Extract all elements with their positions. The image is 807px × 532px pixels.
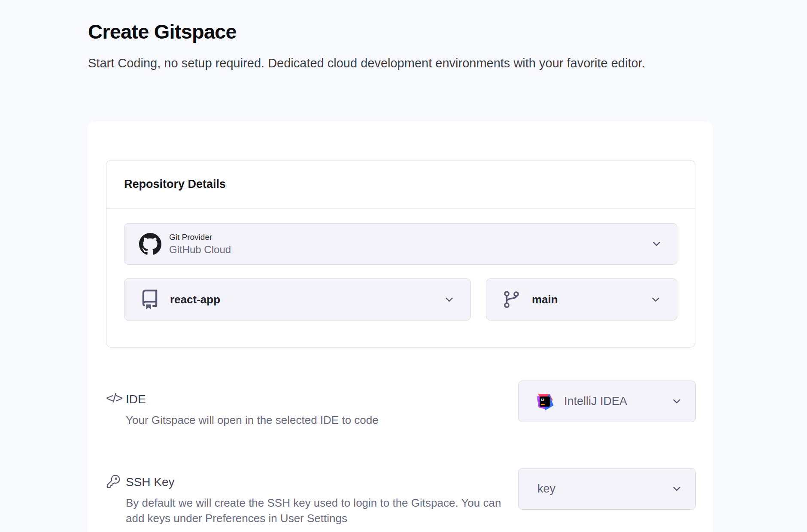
code-icon: </> — [106, 381, 126, 405]
ssh-key-heading: SSH Key — [126, 475, 518, 490]
ide-section: </> IDE Your Gitspace will open in the s… — [87, 381, 713, 428]
ssh-key-text-block: SSH Key By default we will create the SS… — [126, 468, 518, 526]
page-header: Create Gitspace Start Coding, no setup r… — [88, 20, 715, 73]
chevron-down-icon — [650, 294, 661, 305]
git-provider-select[interactable]: Git Provider GitHub Cloud — [124, 223, 677, 265]
intellij-idea-logo-icon: IJ — [536, 393, 554, 411]
repo-branch-row: react-app mai — [124, 278, 677, 320]
branch-value: main — [532, 293, 558, 306]
ssh-key-select[interactable]: key — [518, 468, 696, 510]
ide-text-block: IDE Your Gitspace will open in the selec… — [126, 381, 518, 428]
chevron-down-icon — [651, 238, 662, 250]
repository-select[interactable]: react-app — [124, 278, 471, 320]
ssh-key-section: SSH Key By default we will create the SS… — [87, 468, 713, 526]
github-logo-icon — [139, 233, 161, 255]
key-icon — [106, 468, 126, 489]
git-provider-value: GitHub Cloud — [169, 243, 231, 256]
chevron-down-icon — [443, 294, 455, 305]
ide-select[interactable]: IJ IntelliJ IDEA — [518, 381, 696, 422]
svg-text:IJ: IJ — [541, 397, 544, 402]
ssh-key-value: key — [537, 482, 555, 496]
create-gitspace-panel: Repository Details Git Provider GitHub C… — [87, 121, 713, 532]
repository-details-body: Git Provider GitHub Cloud react-app — [106, 209, 695, 347]
git-provider-labels: Git Provider GitHub Cloud — [169, 232, 231, 256]
branch-select[interactable]: main — [486, 278, 677, 320]
chevron-down-icon — [671, 396, 683, 407]
page-title: Create Gitspace — [88, 20, 715, 43]
git-provider-label: Git Provider — [169, 232, 231, 243]
chevron-down-icon — [671, 483, 683, 495]
repository-details-header: Repository Details — [106, 160, 695, 209]
ssh-key-description: By default we will create the SSH key us… — [126, 495, 504, 526]
ide-heading: IDE — [126, 392, 518, 407]
page-subtitle: Start Coding, no setup required. Dedicat… — [88, 54, 672, 73]
ide-description: Your Gitspace will open in the selected … — [126, 412, 504, 428]
repository-details-title: Repository Details — [124, 178, 226, 191]
repo-book-icon — [140, 290, 160, 309]
ide-value: IntelliJ IDEA — [564, 395, 627, 408]
repository-details-card: Repository Details Git Provider GitHub C… — [106, 160, 695, 348]
git-branch-icon — [502, 290, 522, 309]
repository-value: react-app — [170, 293, 220, 306]
